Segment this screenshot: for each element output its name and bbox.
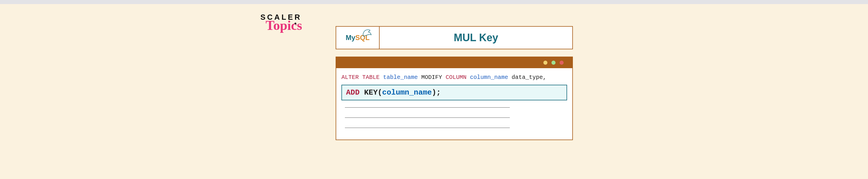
window-title-bar [336,57,572,68]
rule-line [345,107,510,108]
keyword-alter: ALTER [341,74,359,81]
identifier-data-type: data_type [512,74,543,81]
window-dot-maximize-icon [552,61,556,65]
keyword-modify: MODIFY [421,74,442,81]
scaler-topics-logo: SCALER Topics [260,13,302,33]
title-cell: MUL Key [380,27,572,49]
identifier-column-name-2: column_name [382,88,432,97]
comma: , [543,74,546,81]
code-line-2: ADD KEY(column_name); [346,88,562,97]
identifier-column-name: column_name [470,74,508,81]
mysql-logo-cell: MySQL [336,27,380,49]
close-paren-semicolon: ); [432,88,441,97]
window-dot-close-icon [560,61,564,65]
dolphin-icon [362,28,372,37]
header-box: MySQL MUL Key [336,26,573,49]
code-window: ALTER TABLE table_name MODIFY COLUMN col… [336,57,573,140]
decorative-lines [341,107,567,128]
logo-topics-text: Topics [266,18,302,33]
keyword-add: ADD [346,88,360,97]
identifier-table-name: table_name [383,74,418,81]
window-dot-minimize-icon [544,61,548,65]
code-body: ALTER TABLE table_name MODIFY COLUMN col… [336,68,572,139]
rule-line [345,128,510,128]
mysql-logo: MySQL [346,34,370,42]
mysql-my-text: My [346,34,355,42]
logo-dot [294,23,296,24]
page-top-bar [0,0,868,4]
keyword-column: COLUMN [445,74,466,81]
highlight-box: ADD KEY(column_name); [341,85,567,100]
code-line-1: ALTER TABLE table_name MODIFY COLUMN col… [341,74,567,81]
keyword-table: TABLE [362,74,380,81]
rule-line [345,118,510,118]
keyword-key-open: KEY( [364,88,382,97]
title-text: MUL Key [454,32,498,44]
